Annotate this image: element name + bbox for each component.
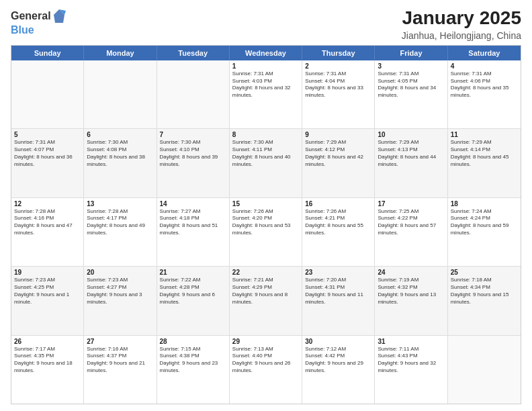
- day-number: 26: [14, 338, 81, 345]
- calendar-cell: 2Sunrise: 7:31 AM Sunset: 4:04 PM Daylig…: [302, 60, 375, 128]
- calendar-cell: 22Sunrise: 7:21 AM Sunset: 4:29 PM Dayli…: [230, 267, 302, 334]
- day-info: Sunrise: 7:15 AM Sunset: 4:38 PM Dayligh…: [160, 346, 226, 375]
- day-info: Sunrise: 7:28 AM Sunset: 4:17 PM Dayligh…: [87, 208, 153, 237]
- col-monday: Monday: [84, 46, 157, 60]
- col-sunday: Sunday: [11, 46, 84, 60]
- calendar-cell: 18Sunrise: 7:24 AM Sunset: 4:24 PM Dayli…: [448, 198, 521, 266]
- calendar-cell: 5Sunrise: 7:31 AM Sunset: 4:07 PM Daylig…: [11, 129, 84, 197]
- day-info: Sunrise: 7:28 AM Sunset: 4:16 PM Dayligh…: [14, 208, 81, 237]
- day-info: Sunrise: 7:26 AM Sunset: 4:20 PM Dayligh…: [232, 208, 299, 237]
- day-info: Sunrise: 7:16 AM Sunset: 4:37 PM Dayligh…: [87, 346, 153, 375]
- calendar-cell: 10Sunrise: 7:29 AM Sunset: 4:13 PM Dayli…: [375, 129, 447, 197]
- day-info: Sunrise: 7:18 AM Sunset: 4:34 PM Dayligh…: [451, 277, 518, 306]
- calendar-cell: 27Sunrise: 7:16 AM Sunset: 4:37 PM Dayli…: [84, 336, 157, 404]
- day-info: Sunrise: 7:17 AM Sunset: 4:35 PM Dayligh…: [14, 346, 81, 375]
- calendar-cell: 4Sunrise: 7:31 AM Sunset: 4:06 PM Daylig…: [448, 60, 521, 128]
- day-number: 3: [378, 62, 444, 70]
- day-number: 13: [87, 200, 153, 208]
- day-number: 1: [232, 62, 299, 70]
- day-number: 20: [87, 269, 153, 276]
- day-number: 7: [160, 131, 226, 138]
- day-info: Sunrise: 7:30 AM Sunset: 4:10 PM Dayligh…: [160, 139, 226, 168]
- day-number: 19: [14, 269, 81, 276]
- calendar-week-2: 5Sunrise: 7:31 AM Sunset: 4:07 PM Daylig…: [11, 129, 521, 197]
- day-number: 25: [451, 269, 518, 276]
- day-number: 29: [232, 338, 299, 345]
- day-info: Sunrise: 7:31 AM Sunset: 4:03 PM Dayligh…: [232, 71, 299, 99]
- day-info: Sunrise: 7:13 AM Sunset: 4:40 PM Dayligh…: [232, 346, 299, 375]
- day-number: 24: [378, 269, 444, 276]
- day-info: Sunrise: 7:26 AM Sunset: 4:21 PM Dayligh…: [305, 208, 371, 237]
- day-number: 11: [451, 131, 518, 138]
- calendar-cell: [11, 60, 84, 128]
- day-number: 6: [87, 131, 153, 138]
- day-info: Sunrise: 7:30 AM Sunset: 4:08 PM Dayligh…: [87, 139, 153, 168]
- calendar-cell: 3Sunrise: 7:31 AM Sunset: 4:05 PM Daylig…: [375, 60, 447, 128]
- logo-blue: Blue: [11, 24, 66, 36]
- logo: General Blue: [11, 8, 66, 36]
- col-saturday: Saturday: [448, 46, 521, 60]
- calendar-cell: 13Sunrise: 7:28 AM Sunset: 4:17 PM Dayli…: [84, 198, 157, 266]
- day-number: 16: [305, 200, 371, 208]
- calendar-week-4: 19Sunrise: 7:23 AM Sunset: 4:25 PM Dayli…: [11, 267, 521, 335]
- day-number: 8: [232, 131, 299, 138]
- logo-general: General: [11, 10, 51, 22]
- calendar-week-5: 26Sunrise: 7:17 AM Sunset: 4:35 PM Dayli…: [11, 336, 521, 404]
- day-info: Sunrise: 7:22 AM Sunset: 4:28 PM Dayligh…: [160, 277, 226, 306]
- col-tuesday: Tuesday: [157, 46, 230, 60]
- header: General Blue January 2025 Jianhua, Heilo…: [11, 8, 521, 41]
- calendar-body: 1Sunrise: 7:31 AM Sunset: 4:03 PM Daylig…: [11, 60, 521, 404]
- day-info: Sunrise: 7:30 AM Sunset: 4:11 PM Dayligh…: [232, 139, 299, 168]
- calendar-cell: [448, 336, 521, 404]
- calendar: Sunday Monday Tuesday Wednesday Thursday…: [11, 45, 521, 404]
- day-info: Sunrise: 7:29 AM Sunset: 4:12 PM Dayligh…: [305, 139, 371, 168]
- calendar-cell: 23Sunrise: 7:20 AM Sunset: 4:31 PM Dayli…: [302, 267, 375, 334]
- day-number: 17: [378, 200, 444, 208]
- title-block: January 2025 Jianhua, Heilongjiang, Chin…: [402, 8, 521, 41]
- calendar-cell: 7Sunrise: 7:30 AM Sunset: 4:10 PM Daylig…: [157, 129, 230, 197]
- day-number: 9: [305, 131, 371, 138]
- calendar-cell: 12Sunrise: 7:28 AM Sunset: 4:16 PM Dayli…: [11, 198, 84, 266]
- calendar-cell: 6Sunrise: 7:30 AM Sunset: 4:08 PM Daylig…: [84, 129, 157, 197]
- calendar-week-3: 12Sunrise: 7:28 AM Sunset: 4:16 PM Dayli…: [11, 198, 521, 267]
- calendar-cell: 19Sunrise: 7:23 AM Sunset: 4:25 PM Dayli…: [11, 267, 84, 334]
- title-month: January 2025: [402, 8, 521, 29]
- day-number: 23: [305, 269, 371, 276]
- calendar-cell: 9Sunrise: 7:29 AM Sunset: 4:12 PM Daylig…: [302, 129, 375, 197]
- col-thursday: Thursday: [302, 46, 375, 60]
- day-info: Sunrise: 7:31 AM Sunset: 4:05 PM Dayligh…: [378, 71, 444, 99]
- day-info: Sunrise: 7:29 AM Sunset: 4:14 PM Dayligh…: [451, 139, 518, 168]
- day-number: 2: [305, 62, 371, 70]
- day-number: 15: [232, 200, 299, 208]
- day-number: 21: [160, 269, 226, 276]
- day-number: 18: [451, 200, 518, 208]
- calendar-cell: 26Sunrise: 7:17 AM Sunset: 4:35 PM Dayli…: [11, 336, 84, 404]
- day-number: 4: [451, 62, 518, 70]
- day-number: 5: [14, 131, 81, 138]
- day-number: 12: [14, 200, 81, 208]
- day-info: Sunrise: 7:23 AM Sunset: 4:27 PM Dayligh…: [87, 277, 153, 306]
- title-location: Jianhua, Heilongjiang, China: [402, 30, 521, 41]
- day-number: 31: [378, 338, 444, 345]
- day-number: 10: [378, 131, 444, 138]
- calendar-cell: 17Sunrise: 7:25 AM Sunset: 4:22 PM Dayli…: [375, 198, 447, 266]
- page: General Blue January 2025 Jianhua, Heilo…: [0, 0, 532, 411]
- calendar-cell: [157, 60, 230, 128]
- calendar-cell: 16Sunrise: 7:26 AM Sunset: 4:21 PM Dayli…: [302, 198, 375, 266]
- day-info: Sunrise: 7:29 AM Sunset: 4:13 PM Dayligh…: [378, 139, 444, 168]
- col-wednesday: Wednesday: [230, 46, 302, 60]
- day-info: Sunrise: 7:19 AM Sunset: 4:32 PM Dayligh…: [378, 277, 444, 306]
- calendar-cell: 25Sunrise: 7:18 AM Sunset: 4:34 PM Dayli…: [448, 267, 521, 334]
- day-info: Sunrise: 7:11 AM Sunset: 4:43 PM Dayligh…: [378, 346, 444, 375]
- logo-icon: [52, 8, 66, 24]
- calendar-cell: 14Sunrise: 7:27 AM Sunset: 4:18 PM Dayli…: [157, 198, 230, 266]
- calendar-cell: 30Sunrise: 7:12 AM Sunset: 4:42 PM Dayli…: [302, 336, 375, 404]
- day-info: Sunrise: 7:31 AM Sunset: 4:04 PM Dayligh…: [305, 71, 371, 99]
- day-info: Sunrise: 7:24 AM Sunset: 4:24 PM Dayligh…: [451, 208, 518, 237]
- day-info: Sunrise: 7:27 AM Sunset: 4:18 PM Dayligh…: [160, 208, 226, 237]
- calendar-cell: [84, 60, 157, 128]
- calendar-cell: 21Sunrise: 7:22 AM Sunset: 4:28 PM Dayli…: [157, 267, 230, 334]
- calendar-cell: 24Sunrise: 7:19 AM Sunset: 4:32 PM Dayli…: [375, 267, 447, 334]
- calendar-cell: 31Sunrise: 7:11 AM Sunset: 4:43 PM Dayli…: [375, 336, 447, 404]
- day-info: Sunrise: 7:20 AM Sunset: 4:31 PM Dayligh…: [305, 277, 371, 306]
